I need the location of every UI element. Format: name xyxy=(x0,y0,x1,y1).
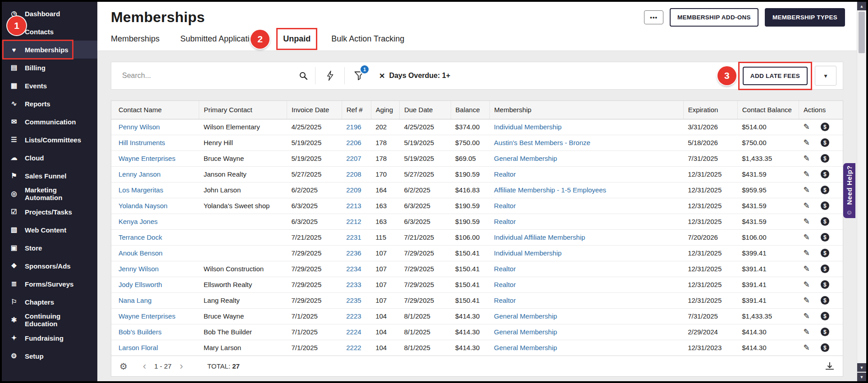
membership-link[interactable]: Realtor xyxy=(494,170,516,178)
scrollbar-thumb[interactable] xyxy=(859,12,865,53)
column-header-aging[interactable]: Aging xyxy=(371,101,399,119)
ref-link[interactable]: 2209 xyxy=(346,186,361,194)
contact-name-link[interactable]: Yolanda Nayson xyxy=(119,202,168,210)
search-input[interactable] xyxy=(122,72,299,80)
sidebar-item-sales-funnel[interactable]: ⚑Sales Funnel xyxy=(2,167,97,185)
need-help-tab[interactable]: Need Help? ☺ xyxy=(843,163,855,218)
sidebar-item-communication[interactable]: ✉Communication xyxy=(2,113,97,131)
sidebar-item-reports[interactable]: ∿Reports xyxy=(2,95,97,113)
column-header-balance[interactable]: Balance xyxy=(451,101,489,119)
contact-name-link[interactable]: Wayne Enterprises xyxy=(119,155,175,162)
contact-name-link[interactable]: Jody Ellsworth xyxy=(119,281,162,288)
more-options-button[interactable]: ••• xyxy=(644,10,663,24)
next-page-button[interactable]: › xyxy=(175,361,187,371)
edit-icon[interactable]: ✎ xyxy=(804,122,810,132)
edit-icon[interactable]: ✎ xyxy=(804,154,810,163)
sidebar-item-cloud[interactable]: ☁Cloud xyxy=(2,149,97,167)
ref-link[interactable]: 2234 xyxy=(346,265,361,273)
membership-link[interactable]: Realtor xyxy=(494,202,516,210)
membership-link[interactable]: General Membership xyxy=(494,155,557,162)
payment-icon[interactable]: $ xyxy=(821,312,829,320)
contact-name-link[interactable]: Anouk Benson xyxy=(119,249,163,257)
edit-icon[interactable]: ✎ xyxy=(804,280,810,289)
membership-link[interactable]: Realtor xyxy=(494,296,516,304)
scroll-down-arrow[interactable]: ▼ xyxy=(857,363,866,372)
contact-name-link[interactable]: Jenny Wilson xyxy=(119,265,159,273)
payment-icon[interactable]: $ xyxy=(821,280,829,289)
sidebar-item-billing[interactable]: ▤Billing xyxy=(2,59,97,77)
column-header-ref-[interactable]: Ref # xyxy=(342,101,371,119)
vertical-scrollbar[interactable]: ▲ ▼ ▼ xyxy=(857,2,866,381)
filter-button[interactable]: 1 xyxy=(345,62,374,89)
column-header-invoice-date[interactable]: Invoice Date xyxy=(287,101,342,119)
scroll-up-arrow[interactable]: ▲ xyxy=(857,2,866,10)
ref-link[interactable]: 2196 xyxy=(346,123,361,131)
ref-link[interactable]: 2231 xyxy=(346,233,361,241)
ref-link[interactable]: 2224 xyxy=(346,328,361,336)
contact-name-link[interactable]: Los Margeritas xyxy=(119,186,163,194)
payment-icon[interactable]: $ xyxy=(821,249,829,257)
sidebar-item-marketing-automation[interactable]: ◎Marketing Automation xyxy=(2,185,97,203)
edit-icon[interactable]: ✎ xyxy=(804,296,810,305)
membership-link[interactable]: Individual Affiliate Membership xyxy=(494,233,585,241)
tab-memberships[interactable]: Memberships xyxy=(111,34,160,44)
contact-name-link[interactable]: Hill Instruments xyxy=(119,139,165,146)
edit-icon[interactable]: ✎ xyxy=(804,264,810,274)
bulk-actions-caret-button[interactable]: ▾ xyxy=(815,66,836,86)
filter-chip-days-overdue[interactable]: ✕ Days Overdue: 1+ xyxy=(379,72,450,80)
sidebar-item-projects-tasks[interactable]: ☑Projects/Tasks xyxy=(2,203,97,221)
edit-icon[interactable]: ✎ xyxy=(804,201,810,210)
contact-name-link[interactable]: Larson Floral xyxy=(119,344,158,351)
edit-icon[interactable]: ✎ xyxy=(804,185,810,195)
payment-icon[interactable]: $ xyxy=(821,138,829,147)
ref-link[interactable]: 2207 xyxy=(346,155,361,162)
payment-icon[interactable]: $ xyxy=(821,217,829,226)
contact-name-link[interactable]: Lenny Janson xyxy=(119,170,160,178)
column-header-contact-balance[interactable]: Contact Balance xyxy=(737,101,799,119)
payment-icon[interactable]: $ xyxy=(821,296,829,305)
sidebar-item-store[interactable]: ▣Store xyxy=(2,239,97,257)
contact-name-link[interactable]: Penny Wilson xyxy=(119,123,160,131)
quick-actions-button[interactable] xyxy=(315,62,344,89)
contact-name-link[interactable]: Terrance Dock xyxy=(119,233,162,241)
edit-icon[interactable]: ✎ xyxy=(804,343,810,352)
edit-icon[interactable]: ✎ xyxy=(804,217,810,226)
tab-unpaid[interactable]: Unpaid xyxy=(283,34,311,44)
prev-page-button[interactable]: ‹ xyxy=(138,361,151,371)
sidebar-item-fundraising[interactable]: ✦Fundraising xyxy=(2,329,97,347)
contact-name-link[interactable]: Kenya Jones xyxy=(119,218,158,225)
column-header-actions[interactable]: Actions xyxy=(799,101,843,119)
membership-link[interactable]: General Membership xyxy=(494,312,557,320)
edit-icon[interactable]: ✎ xyxy=(804,138,810,147)
add-late-fees-button[interactable]: ADD LATE FEES xyxy=(743,67,808,85)
membership-link[interactable]: Realtor xyxy=(494,218,516,225)
ref-link[interactable]: 2212 xyxy=(346,218,361,225)
tab-bulk-action-tracking[interactable]: Bulk Action Tracking xyxy=(331,34,404,44)
sidebar-item-sponsors-ads[interactable]: ❖Sponsors/Ads xyxy=(2,257,97,275)
scroll-corner-arrow[interactable]: ▼ xyxy=(857,373,866,381)
search-icon[interactable] xyxy=(299,71,308,80)
sidebar-item-lists-committees[interactable]: ☰Lists/Committees xyxy=(2,131,97,149)
membership-link[interactable]: General Membership xyxy=(494,328,557,336)
membership-link[interactable]: Individual Membership xyxy=(494,123,562,131)
grid-settings-icon[interactable]: ⚙ xyxy=(119,361,128,372)
payment-icon[interactable]: $ xyxy=(821,264,829,273)
sidebar-item-continuing-education[interactable]: ✱Continuing Education xyxy=(2,311,97,329)
membership-link[interactable]: Realtor xyxy=(494,281,516,288)
payment-icon[interactable]: $ xyxy=(821,201,829,210)
payment-icon[interactable]: $ xyxy=(821,343,829,352)
membership-link[interactable]: Realtor xyxy=(494,265,516,273)
membership-link[interactable]: Austin's Best Members - Bronze xyxy=(494,139,590,146)
sidebar-item-forms-surveys[interactable]: ≣Forms/Surveys xyxy=(2,275,97,293)
ref-link[interactable]: 2213 xyxy=(346,202,361,210)
contact-name-link[interactable]: Nana Lang xyxy=(119,296,151,304)
payment-icon[interactable]: $ xyxy=(821,328,829,336)
column-header-contact-name[interactable]: Contact Name xyxy=(111,101,199,119)
edit-icon[interactable]: ✎ xyxy=(804,327,810,337)
column-header-primary-contact[interactable]: Primary Contact xyxy=(199,101,287,119)
edit-icon[interactable]: ✎ xyxy=(804,248,810,258)
ref-link[interactable]: 2208 xyxy=(346,170,361,178)
ref-link[interactable]: 2235 xyxy=(346,296,361,304)
column-header-expiration[interactable]: Expiration xyxy=(683,101,737,119)
membership-link[interactable]: Affiliate Membership - 1-5 Employees xyxy=(494,186,606,194)
